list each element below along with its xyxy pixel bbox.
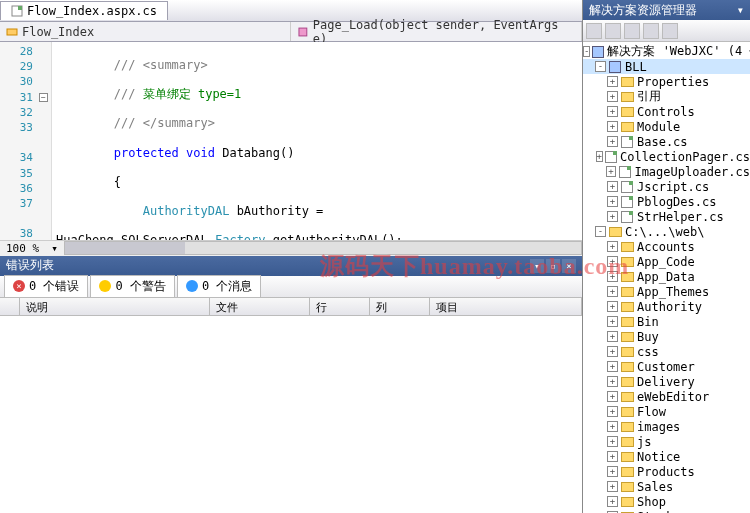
csfile-icon — [618, 166, 631, 178]
file-tab[interactable]: Flow_Index.aspx.cs — [0, 1, 168, 20]
errors-tab[interactable]: ×0 个错误 — [4, 275, 88, 298]
tree-node[interactable]: +Products — [583, 464, 750, 479]
close-icon[interactable]: × — [562, 259, 576, 273]
expand-icon[interactable]: + — [607, 301, 618, 312]
tree-node[interactable]: +Sales — [583, 479, 750, 494]
showall-icon[interactable] — [624, 23, 640, 39]
col-col[interactable]: 列 — [370, 298, 430, 315]
zoom-level[interactable]: 100 % — [0, 242, 45, 255]
expand-icon[interactable]: + — [607, 106, 618, 117]
expand-icon[interactable]: + — [607, 346, 618, 357]
view-icon[interactable] — [662, 23, 678, 39]
expand-icon[interactable]: + — [607, 466, 618, 477]
expand-icon[interactable]: + — [607, 76, 618, 87]
expand-icon[interactable]: + — [607, 361, 618, 372]
collapse-icon[interactable]: - — [583, 46, 590, 57]
tree-label: App_Themes — [637, 285, 709, 299]
expand-icon[interactable]: + — [607, 391, 618, 402]
col-desc[interactable]: 说明 — [20, 298, 210, 315]
tree-node[interactable]: +Notice — [583, 449, 750, 464]
expand-icon[interactable]: + — [606, 166, 617, 177]
expand-icon[interactable]: + — [607, 286, 618, 297]
tree-node[interactable]: +PblogDes.cs — [583, 194, 750, 209]
tree-node[interactable]: +eWebEditor — [583, 389, 750, 404]
tree-node[interactable]: +Buy — [583, 329, 750, 344]
tree-node[interactable]: +CollectionPager.cs — [583, 149, 750, 164]
error-list-body[interactable] — [0, 316, 582, 514]
properties-icon[interactable] — [643, 23, 659, 39]
expand-icon[interactable]: + — [607, 271, 618, 282]
class-dropdown[interactable]: Flow_Index — [0, 22, 291, 41]
tree-node[interactable]: +Jscript.cs — [583, 179, 750, 194]
pin-icon[interactable]: ▾ — [530, 259, 544, 273]
expand-icon[interactable]: + — [607, 481, 618, 492]
tree-node[interactable]: -解决方案 'WebJXC' (4 个项 — [583, 44, 750, 59]
tree-node[interactable]: +js — [583, 434, 750, 449]
tree-node[interactable]: +ImageUploader.cs — [583, 164, 750, 179]
tree-node[interactable]: +App_Themes — [583, 284, 750, 299]
expand-icon[interactable]: + — [607, 241, 618, 252]
tree-node[interactable]: +Customer — [583, 359, 750, 374]
expand-icon[interactable]: + — [607, 256, 618, 267]
expand-icon[interactable]: + — [607, 181, 618, 192]
tree-node[interactable]: +Base.cs — [583, 134, 750, 149]
tree-node[interactable]: +Accounts — [583, 239, 750, 254]
tree-label: Accounts — [637, 240, 695, 254]
tree-node[interactable]: +StrHelper.cs — [583, 209, 750, 224]
expand-icon[interactable]: + — [607, 136, 618, 147]
member-dropdown[interactable]: Page_Load(object sender, EventArgs e) — [291, 22, 582, 41]
code-editor[interactable]: 282930 31− 323334353637 3839404142434445… — [0, 42, 582, 240]
col-file[interactable]: 文件 — [210, 298, 310, 315]
expand-icon[interactable]: + — [607, 376, 618, 387]
fold-toggle[interactable]: − — [39, 93, 48, 102]
method-icon — [297, 26, 309, 38]
h-scrollbar[interactable] — [64, 241, 582, 255]
solution-tree[interactable]: -解决方案 'WebJXC' (4 个项-BLL+Properties+引用+C… — [583, 42, 750, 513]
tree-label: App_Code — [637, 255, 695, 269]
tree-node[interactable]: +css — [583, 344, 750, 359]
tree-node[interactable]: +引用 — [583, 89, 750, 104]
messages-tab[interactable]: 0 个消息 — [177, 275, 261, 298]
code-area[interactable]: /// <summary> /// 菜单绑定 type=1 /// </summ… — [52, 42, 582, 240]
csfile-icon — [620, 181, 634, 193]
tree-node[interactable]: +Module — [583, 119, 750, 134]
expand-icon[interactable]: + — [607, 196, 618, 207]
collapse-icon[interactable]: - — [595, 61, 606, 72]
expand-icon[interactable]: + — [607, 316, 618, 327]
tree-node[interactable]: +Authority — [583, 299, 750, 314]
expand-icon[interactable]: + — [607, 211, 618, 222]
expand-icon[interactable]: + — [607, 406, 618, 417]
expand-icon[interactable]: + — [607, 451, 618, 462]
tree-node[interactable]: +App_Data — [583, 269, 750, 284]
expand-icon[interactable]: + — [607, 496, 618, 507]
tree-node[interactable]: -BLL — [583, 59, 750, 74]
tree-node[interactable]: +Shop — [583, 494, 750, 509]
tree-label: images — [637, 420, 680, 434]
folder-icon — [620, 496, 634, 508]
zoom-down-icon[interactable]: ▾ — [45, 242, 64, 255]
col-line[interactable]: 行 — [310, 298, 370, 315]
tree-node[interactable]: +Bin — [583, 314, 750, 329]
expand-icon[interactable]: + — [596, 151, 603, 162]
home-icon[interactable] — [586, 23, 602, 39]
panel-menu-icon[interactable]: ▾ — [737, 3, 744, 17]
tree-node[interactable]: +Properties — [583, 74, 750, 89]
expand-icon[interactable]: + — [607, 421, 618, 432]
warnings-tab[interactable]: 0 个警告 — [90, 275, 174, 298]
expand-icon[interactable]: + — [607, 436, 618, 447]
col-proj[interactable]: 项目 — [430, 298, 582, 315]
tree-node[interactable]: +Delivery — [583, 374, 750, 389]
dock-icon[interactable]: ▫ — [546, 259, 560, 273]
expand-icon[interactable]: + — [607, 121, 618, 132]
tree-node[interactable]: -C:\...\web\ — [583, 224, 750, 239]
tree-node[interactable]: +images — [583, 419, 750, 434]
collapse-icon[interactable]: - — [595, 226, 606, 237]
expand-icon[interactable]: + — [607, 331, 618, 342]
expand-icon[interactable]: + — [607, 91, 618, 102]
refresh-icon[interactable] — [605, 23, 621, 39]
tree-node[interactable]: +Flow — [583, 404, 750, 419]
csfile-icon — [620, 196, 634, 208]
tree-node[interactable]: +App_Code — [583, 254, 750, 269]
tree-node[interactable]: +Controls — [583, 104, 750, 119]
tree-node[interactable]: +Stock — [583, 509, 750, 513]
